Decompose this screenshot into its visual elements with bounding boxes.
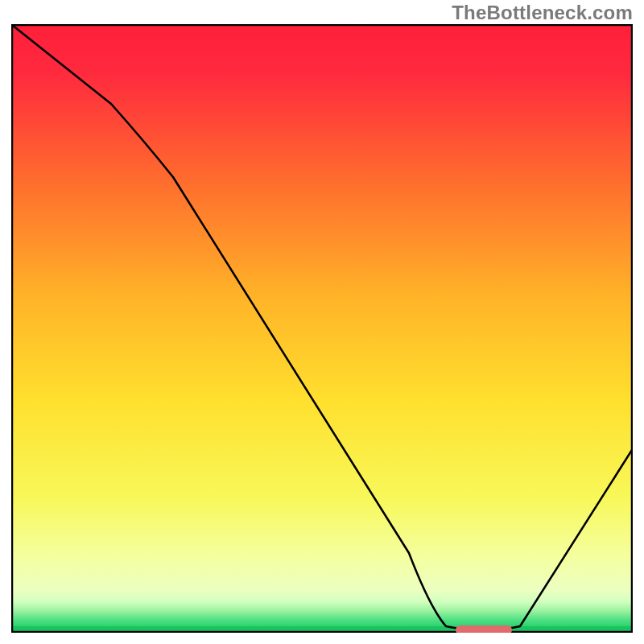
chart-stage: TheBottleneck.com: [0, 0, 644, 644]
watermark-text: TheBottleneck.com: [452, 2, 633, 24]
plot-svg: [11, 24, 633, 633]
bottleneck-plot: [11, 24, 633, 633]
gradient-background: [12, 25, 632, 632]
optimal-marker: [456, 625, 512, 633]
